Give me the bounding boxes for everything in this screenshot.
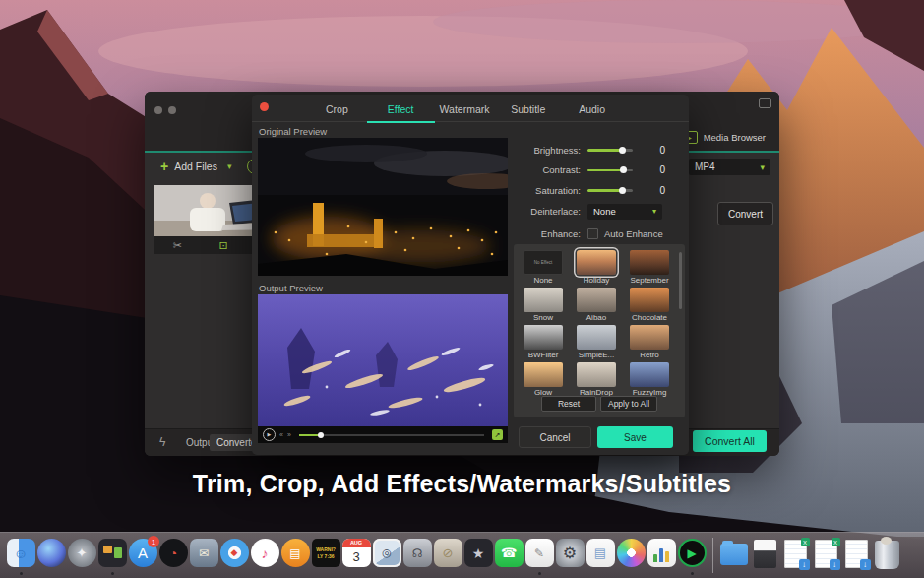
auto-enhance-checkbox[interactable] bbox=[587, 228, 598, 239]
siri-icon[interactable] bbox=[36, 535, 66, 576]
window-controls[interactable] bbox=[154, 100, 182, 118]
effect-thumbnail[interactable] bbox=[630, 250, 669, 275]
dialog-tabs: CropEffectWatermarkSubtitleAudio bbox=[305, 95, 624, 122]
no-image-icon[interactable]: ⊘ bbox=[433, 535, 462, 576]
effect-thumbnail[interactable] bbox=[577, 288, 616, 312]
running-indicator bbox=[111, 572, 114, 575]
image-capture-icon[interactable]: ◎ bbox=[372, 535, 401, 576]
dashboard-icon[interactable]: ◔ bbox=[158, 535, 188, 576]
app-store-icon[interactable]: A1 bbox=[128, 535, 157, 576]
slider[interactable] bbox=[587, 189, 633, 192]
effect-chocolate[interactable]: Chocolate bbox=[623, 288, 676, 322]
disk-utility-icon[interactable]: ☊ bbox=[402, 535, 432, 576]
fullscreen-icon[interactable]: ↗ bbox=[492, 429, 503, 440]
warning-clock-icon[interactable]: WARNI?LY 7:36 bbox=[311, 535, 340, 576]
document-stack-icon[interactable] bbox=[750, 535, 779, 576]
launchpad-icon[interactable]: ✦ bbox=[67, 535, 96, 576]
tab-watermark[interactable]: Watermark bbox=[433, 95, 497, 122]
deinterlace-select[interactable]: None ▾ bbox=[587, 204, 662, 220]
trash-icon[interactable] bbox=[872, 535, 901, 576]
chart-app-icon[interactable] bbox=[647, 535, 676, 576]
spreadsheet-doc-1-icon[interactable]: ↓X bbox=[780, 535, 810, 576]
effect-holiday[interactable]: Holiday bbox=[570, 250, 623, 285]
effect-thumbnail[interactable] bbox=[524, 362, 563, 387]
step-back-icon[interactable]: « bbox=[279, 431, 283, 438]
effect-thumbnail[interactable] bbox=[630, 325, 669, 350]
add-files-label: Add Files bbox=[174, 161, 217, 172]
close-button[interactable] bbox=[260, 102, 269, 111]
effect-thumbnail[interactable] bbox=[577, 362, 616, 387]
downloads-folder-icon[interactable] bbox=[719, 535, 749, 576]
effects-scrollbar[interactable] bbox=[679, 252, 682, 309]
effect-thumbnail[interactable]: No Effect bbox=[524, 250, 563, 275]
effect-glow[interactable]: Glow bbox=[517, 362, 570, 397]
spreadsheet-doc-2-icon[interactable]: ↓X bbox=[811, 535, 840, 576]
window-control-dot[interactable] bbox=[168, 106, 176, 114]
mail-stamp-icon[interactable]: ✉ bbox=[189, 535, 218, 576]
imovie-icon[interactable]: ★ bbox=[463, 535, 493, 576]
spreadsheet-doc-3-icon[interactable]: ↓ bbox=[841, 535, 871, 576]
effects-panel: No EffectNoneHolidaySeptemberSnowAibaoCh… bbox=[514, 244, 685, 417]
effect-retro[interactable]: Retro bbox=[623, 325, 676, 359]
slider[interactable] bbox=[587, 169, 633, 172]
finder-icon[interactable]: ☺ bbox=[6, 535, 35, 576]
installer-doc-icon[interactable]: ▤ bbox=[585, 535, 615, 576]
slider-thumb[interactable] bbox=[620, 166, 627, 173]
seek-thumb[interactable] bbox=[318, 432, 324, 438]
effect-none[interactable]: No EffectNone bbox=[517, 250, 570, 285]
step-forward-icon[interactable]: » bbox=[287, 431, 291, 438]
effect-thumbnail[interactable] bbox=[577, 325, 616, 350]
system-preferences-icon[interactable]: ⚙ bbox=[555, 535, 585, 576]
save-button[interactable]: Save bbox=[597, 426, 673, 448]
video-converter-icon[interactable]: ▶ bbox=[677, 535, 707, 576]
slider-thumb[interactable] bbox=[619, 187, 626, 194]
trim-scissors-icon[interactable]: ✂ bbox=[173, 240, 182, 251]
cancel-button[interactable]: Cancel bbox=[519, 426, 591, 448]
effect-fuzzyimg[interactable]: FuzzyImg bbox=[623, 362, 676, 397]
effect-thumbnail[interactable] bbox=[630, 362, 669, 387]
effect-aibao[interactable]: Aibao bbox=[570, 288, 623, 322]
textedit-icon[interactable]: ✎ bbox=[524, 535, 554, 576]
calendar-icon[interactable]: AUG3 bbox=[341, 535, 371, 576]
add-files-button[interactable]: + Add Files ▾ bbox=[160, 160, 232, 173]
media-browser-button[interactable]: ▶ Media Browser bbox=[682, 131, 766, 144]
effect-thumbnail[interactable] bbox=[524, 325, 563, 350]
reset-button[interactable]: Reset bbox=[541, 396, 596, 412]
ibooks-icon[interactable]: ▤ bbox=[280, 535, 310, 576]
effect-bwfilter[interactable]: BWFilter bbox=[517, 325, 570, 359]
lightning-icon[interactable]: ϟ bbox=[159, 435, 165, 449]
tab-effect[interactable]: Effect bbox=[369, 95, 433, 122]
effect-thumbnail[interactable] bbox=[630, 288, 669, 312]
apply-to-all-button[interactable]: Apply to All bbox=[600, 396, 657, 412]
facetime-icon[interactable]: ☎ bbox=[494, 535, 524, 576]
effect-snow[interactable]: Snow bbox=[517, 288, 570, 322]
effect-raindrop[interactable]: RainDrop bbox=[570, 362, 623, 397]
effect-simplee[interactable]: SimpleE... bbox=[570, 325, 623, 359]
photos-icon[interactable] bbox=[616, 535, 646, 576]
seek-slider[interactable] bbox=[299, 434, 484, 436]
effect-label: Snow bbox=[517, 314, 570, 322]
output-format-select[interactable]: MP4 ▾ bbox=[689, 159, 770, 175]
play-button[interactable]: ▶ bbox=[263, 428, 276, 441]
tab-audio[interactable]: Audio bbox=[560, 95, 624, 122]
convert-button[interactable]: Convert bbox=[717, 202, 773, 225]
safari-icon[interactable]: ◆ bbox=[219, 535, 249, 576]
window-control-dot[interactable] bbox=[154, 106, 162, 114]
tab-crop[interactable]: Crop bbox=[305, 95, 369, 122]
chevron-down-icon[interactable]: ▾ bbox=[227, 161, 232, 171]
effect-thumbnail[interactable] bbox=[577, 250, 616, 275]
effect-dialog: CropEffectWatermarkSubtitleAudio Origina… bbox=[252, 95, 689, 455]
dock: ☺✦A1◔✉◆♪▤WARNI?LY 7:36AUG3◎☊⊘★☎✎⚙▤▶↓X↓X↓ bbox=[0, 532, 924, 578]
effect-thumbnail[interactable] bbox=[524, 288, 563, 312]
effect-september[interactable]: September bbox=[623, 250, 676, 285]
crop-icon[interactable]: ⊡ bbox=[218, 240, 227, 251]
mission-control-icon[interactable] bbox=[97, 535, 127, 576]
window-corner-icon[interactable] bbox=[759, 98, 771, 108]
convert-all-button[interactable]: Convert All bbox=[693, 430, 767, 452]
itunes-icon[interactable]: ♪ bbox=[250, 535, 279, 576]
original-preview-label: Original Preview bbox=[259, 126, 327, 137]
tab-subtitle[interactable]: Subtitle bbox=[496, 95, 560, 122]
effect-label: Chocolate bbox=[623, 314, 676, 322]
slider[interactable] bbox=[587, 149, 633, 152]
slider-thumb[interactable] bbox=[619, 147, 626, 154]
